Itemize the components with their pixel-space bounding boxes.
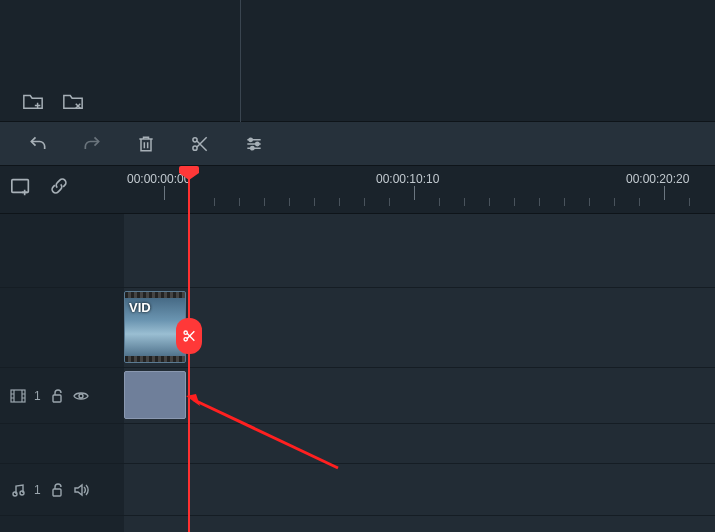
clip-label: VID [129, 300, 151, 315]
preview-panel [0, 0, 715, 122]
undo-icon[interactable] [28, 134, 48, 154]
link-icon[interactable] [48, 176, 70, 196]
audio-track-header: 1 [0, 464, 124, 515]
timeline-ruler[interactable]: 00:00:00:00 00:00:10:10 00:00:20:20 [0, 166, 715, 214]
speaker-icon[interactable] [73, 483, 89, 497]
bottom-spacer[interactable] [124, 516, 715, 532]
timeline-toolbar [0, 122, 715, 166]
svg-rect-7 [53, 395, 61, 402]
settings-icon[interactable] [244, 134, 264, 154]
svg-point-3 [256, 142, 259, 145]
track-spacer-label [0, 214, 124, 287]
video-track-label [0, 288, 124, 367]
unlock-icon[interactable] [49, 389, 65, 403]
music-icon [10, 483, 26, 497]
video-track-2-content[interactable] [124, 368, 715, 423]
linked-audio-clip[interactable] [124, 371, 186, 419]
svg-rect-11 [53, 489, 61, 496]
bottom-spacer-label [0, 516, 124, 532]
video-track-number: 1 [34, 389, 41, 403]
delete-icon[interactable] [136, 134, 156, 154]
playhead-marker[interactable] [179, 166, 199, 180]
unlock-icon[interactable] [49, 483, 65, 497]
svg-point-4 [251, 146, 254, 149]
redo-icon[interactable] [82, 134, 102, 154]
film-icon [10, 389, 26, 403]
video-track-header: 1 [0, 368, 124, 423]
svg-point-9 [13, 492, 17, 496]
audio-track-number: 1 [34, 483, 41, 497]
svg-point-2 [249, 138, 252, 141]
svg-point-10 [20, 491, 24, 495]
delete-folder-icon[interactable] [62, 91, 84, 111]
svg-rect-5 [12, 180, 29, 193]
audio-spacer-content[interactable] [124, 424, 715, 463]
split-icon[interactable] [190, 134, 210, 154]
panel-divider [240, 0, 241, 122]
split-marker[interactable] [176, 318, 202, 354]
audio-track-content[interactable] [124, 464, 715, 515]
eye-icon[interactable] [73, 389, 89, 403]
add-track-icon[interactable] [10, 176, 32, 196]
audio-spacer-label [0, 424, 124, 463]
svg-point-8 [79, 394, 83, 398]
timeline-tracks: VID 1 1 [0, 214, 715, 532]
video-track-content[interactable]: VID [124, 288, 715, 367]
ruler-time-2: 00:00:20:20 [626, 172, 689, 186]
track-spacer[interactable] [124, 214, 715, 287]
new-folder-icon[interactable] [22, 91, 44, 111]
ruler-time-1: 00:00:10:10 [376, 172, 439, 186]
svg-rect-6 [11, 390, 25, 402]
